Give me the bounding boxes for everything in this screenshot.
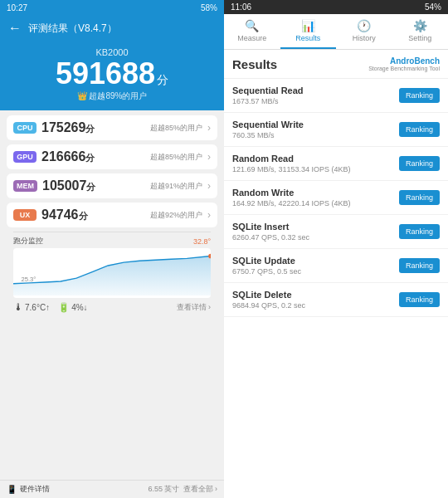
metrics-section: CPU 175269分 超越85%的用户 › GPU 216666分 超越85%…: [0, 110, 224, 480]
temp-bottom: 🌡 7.6°C↑ 🔋 4%↓ 查看详情 ›: [13, 298, 211, 316]
androbench-name: AndroBench: [390, 56, 440, 66]
benchmark-random-read: Random Read 121.69 MB/s, 31153.34 IOPS (…: [224, 147, 448, 181]
ux-arrow: ›: [207, 209, 211, 221]
score-unit: 分: [157, 73, 168, 88]
benchmark-list: Sequential Read 1673.57 MB/s Ranking Seq…: [224, 79, 448, 498]
results-title: Results: [232, 57, 277, 71]
temp-label: 跑分监控: [13, 236, 43, 247]
temp-section: 跑分监控 32.8° 25.3°: [7, 232, 217, 320]
sqlite-delete-ranking-btn[interactable]: Ranking: [399, 292, 440, 307]
right-status-bar: 11:06 54%: [224, 0, 448, 14]
androbench-sub: Storage Benchmarking Tool: [368, 66, 440, 71]
sqlite-update-info: SQLite Update 6750.7 QPS, 0.5 sec: [232, 256, 399, 276]
sqlite-update-name: SQLite Update: [232, 256, 399, 266]
total-score: 591688: [56, 59, 155, 89]
sequential-read-value: 1673.57 MB/s: [232, 97, 399, 105]
hardware-section: 📱 硬件详情 6.55 英寸 查看全部 ›: [0, 480, 224, 498]
chart-area: 25.3°: [13, 248, 211, 298]
gpu-score: 216666分: [41, 149, 145, 164]
ux-row[interactable]: UX 94746分 超越92%的用户 ›: [7, 203, 217, 227]
right-panel: 11:06 54% 🔍 Measure 📊 Results 🕐 History …: [224, 0, 448, 498]
screen-size: 6.55 英寸: [148, 484, 179, 495]
score-rank: 超越89%的用户: [8, 90, 216, 102]
right-tabs: 🔍 Measure 📊 Results 🕐 History ⚙️ Setting: [224, 14, 448, 50]
cpu-arrow: ›: [207, 122, 211, 134]
ux-score: 94746分: [41, 208, 145, 222]
hardware-link[interactable]: 查看全部 ›: [183, 484, 218, 495]
right-time: 11:06: [231, 2, 251, 12]
left-battery: 58%: [201, 3, 217, 12]
sequential-read-info: Sequential Read 1673.57 MB/s: [232, 85, 399, 105]
hardware-label: 硬件详情: [20, 484, 50, 495]
cpu-badge: CPU: [13, 122, 37, 134]
benchmark-sequential-write: Sequential Write 760.35 MB/s Ranking: [224, 113, 448, 147]
gpu-rank: 超越85%的用户: [150, 152, 202, 163]
random-write-info: Random Write 164.92 MB/s, 42220.14 IOPS …: [232, 188, 399, 208]
sequential-write-value: 760.35 MB/s: [232, 131, 399, 139]
battery-reading: 4%↓: [71, 303, 87, 312]
mem-score: 105007分: [42, 178, 145, 193]
sequential-write-info: Sequential Write 760.35 MB/s: [232, 120, 399, 139]
tab-setting-label: Setting: [408, 34, 431, 42]
setting-icon: ⚙️: [413, 19, 427, 32]
sqlite-delete-value: 9684.94 QPS, 0.2 sec: [232, 301, 399, 310]
left-status-bar: 10:27 58%: [0, 0, 224, 16]
svg-marker-0: [13, 256, 211, 296]
tab-history[interactable]: 🕐 History: [336, 14, 392, 49]
benchmark-sqlite-insert: SQLite Insert 6260.47 QPS, 0.32 sec Rank…: [224, 215, 448, 249]
random-read-info: Random Read 121.69 MB/s, 31153.34 IOPS (…: [232, 154, 399, 173]
sqlite-insert-name: SQLite Insert: [232, 222, 399, 232]
left-title: 评测结果（V8.4.7）: [28, 22, 117, 36]
detail-link[interactable]: 查看详情 ›: [177, 302, 212, 313]
cpu-row[interactable]: CPU 175269分 超越85%的用户 ›: [7, 115, 217, 140]
benchmark-sqlite-update: SQLite Update 6750.7 QPS, 0.5 sec Rankin…: [224, 249, 448, 283]
gpu-arrow: ›: [207, 151, 211, 163]
sqlite-update-ranking-btn[interactable]: Ranking: [399, 258, 440, 273]
gpu-badge: GPU: [13, 151, 37, 163]
back-arrow[interactable]: ←: [8, 21, 22, 36]
right-battery: 54%: [425, 2, 441, 12]
sqlite-update-value: 6750.7 QPS, 0.5 sec: [232, 267, 399, 276]
tab-measure[interactable]: 🔍 Measure: [224, 14, 280, 49]
left-time: 10:27: [7, 3, 27, 12]
sequential-read-name: Sequential Read: [232, 85, 399, 95]
sqlite-delete-info: SQLite Delete 9684.94 QPS, 0.2 sec: [232, 290, 399, 310]
random-write-value: 164.92 MB/s, 42220.14 IOPS (4KB): [232, 199, 399, 208]
androbench-logo: AndroBench Storage Benchmarking Tool: [368, 56, 440, 71]
results-icon: 📊: [301, 19, 315, 32]
tab-results[interactable]: 📊 Results: [280, 14, 337, 49]
sqlite-delete-name: SQLite Delete: [232, 290, 399, 300]
sequential-read-ranking-btn[interactable]: Ranking: [399, 88, 440, 103]
tab-history-label: History: [353, 34, 376, 42]
results-header: Results AndroBench Storage Benchmarking …: [224, 50, 448, 79]
battery-drop: 🔋 4%↓: [58, 302, 87, 313]
tab-results-label: Results: [295, 34, 320, 42]
tab-setting[interactable]: ⚙️ Setting: [392, 14, 449, 49]
cpu-rank: 超越85%的用户: [150, 123, 202, 134]
temp-header: 跑分监控 32.8°: [13, 232, 211, 248]
sqlite-insert-ranking-btn[interactable]: Ranking: [399, 224, 440, 239]
sequential-write-ranking-btn[interactable]: Ranking: [399, 122, 440, 137]
mem-row[interactable]: MEM 105007分 超越91%的用户 ›: [7, 173, 217, 198]
ux-badge: UX: [13, 209, 37, 221]
left-panel: 10:27 58% ← 评测结果（V8.4.7） KB2000 591688 分…: [0, 0, 224, 498]
benchmark-sqlite-delete: SQLite Delete 9684.94 QPS, 0.2 sec Ranki…: [224, 283, 448, 317]
mem-arrow: ›: [207, 180, 211, 192]
benchmark-random-write: Random Write 164.92 MB/s, 42220.14 IOPS …: [224, 181, 448, 215]
temp-max: 32.8°: [193, 237, 211, 246]
random-read-ranking-btn[interactable]: Ranking: [399, 156, 440, 171]
hardware-icon: 📱: [7, 485, 17, 494]
mem-rank: 超越91%的用户: [150, 181, 202, 192]
random-read-value: 121.69 MB/s, 31153.34 IOPS (4KB): [232, 165, 399, 173]
temperature-chart: 25.3°: [13, 248, 211, 295]
benchmark-sequential-read: Sequential Read 1673.57 MB/s Ranking: [224, 79, 448, 113]
history-icon: 🕐: [357, 19, 371, 32]
mem-badge: MEM: [13, 180, 37, 192]
temp-reading: 7.6°C↑: [25, 303, 50, 312]
cpu-score: 175269分: [41, 120, 145, 135]
sqlite-insert-info: SQLite Insert 6260.47 QPS, 0.32 sec: [232, 222, 399, 242]
gpu-row[interactable]: GPU 216666分 超越85%的用户 ›: [7, 144, 217, 169]
random-write-ranking-btn[interactable]: Ranking: [399, 190, 440, 205]
random-write-name: Random Write: [232, 188, 399, 198]
tab-measure-label: Measure: [237, 34, 266, 42]
